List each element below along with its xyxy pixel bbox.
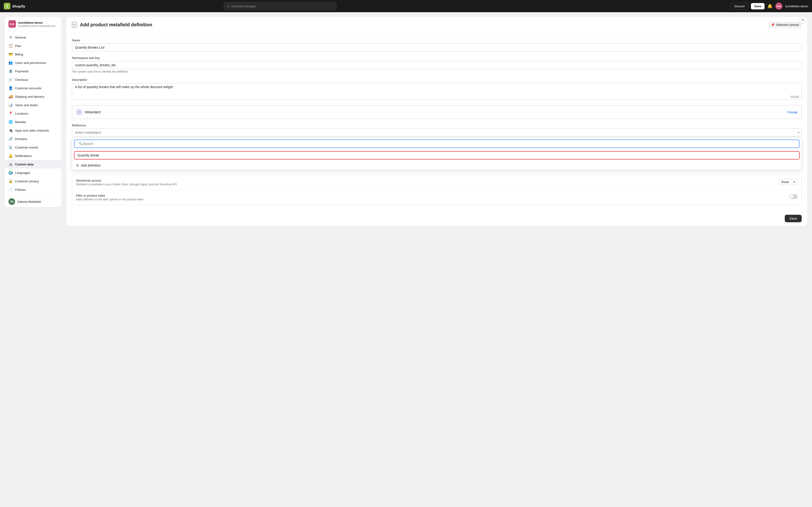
- type-left: ⬡ Metaobject: [76, 109, 101, 115]
- sidebar-item-customer-accounts[interactable]: 👤 Customer accounts: [5, 84, 62, 92]
- sidebar-item-markets[interactable]: 🌐 Markets: [5, 118, 62, 126]
- sidebar-item-label: Customer events: [15, 146, 38, 149]
- type-name: Metaobject: [85, 110, 101, 114]
- name-label: Name: [72, 39, 802, 42]
- sidebar-item-domains[interactable]: 🔗 Domains: [5, 134, 62, 143]
- checkout-icon: 🛒: [8, 77, 13, 82]
- sidebar-item-notifications[interactable]: 🔔 Notifications: [5, 152, 62, 160]
- sidebar-item-billing[interactable]: 💳 Billing: [5, 50, 62, 58]
- sidebar-item-apps[interactable]: 🔌 Apps and sales channels: [5, 126, 62, 134]
- storefronts-text: Storefronts access Definition is availab…: [76, 179, 177, 186]
- storefronts-desc: Definition is available in your Online S…: [76, 183, 177, 186]
- pin-icon: 📌: [771, 23, 775, 26]
- sidebar-item-users[interactable]: 👥 Users and permissions: [5, 58, 62, 67]
- sidebar-item-label: Domains: [15, 137, 27, 141]
- custom-data-icon: 🗂: [8, 162, 13, 166]
- sidebar-store-info: bundlebee-demo bundlebee-demo.myshopify.…: [18, 21, 58, 27]
- dropdown-search-input[interactable]: [74, 139, 800, 148]
- panel-header: ← Add product metafield definition 📌 Def…: [66, 17, 807, 33]
- storefronts-row: Storefronts access Definition is availab…: [72, 175, 801, 190]
- storefronts-value: Read: [781, 180, 789, 184]
- storefronts-access-select[interactable]: Read ⇅: [779, 179, 798, 185]
- quantity-break-option[interactable]: Quantity Break: [74, 151, 800, 160]
- add-definition-option[interactable]: ⊕ Add definition: [72, 161, 801, 170]
- languages-icon: 🌍: [8, 171, 13, 175]
- plan-icon: 📋: [8, 44, 13, 48]
- pinned-label: Definition pinned: [776, 23, 799, 26]
- description-textarea[interactable]: [72, 83, 802, 100]
- search-container: 🔍: [74, 139, 800, 148]
- discard-button[interactable]: Discard: [731, 3, 748, 10]
- unsaved-changes-text: Unsaved changes: [231, 4, 256, 8]
- topnav-save-button[interactable]: Save: [751, 3, 764, 9]
- policies-icon: 📄: [8, 187, 13, 192]
- back-button[interactable]: ←: [72, 22, 77, 28]
- panel-title: Add product metafield definition: [80, 22, 152, 27]
- billing-icon: 💳: [8, 52, 13, 56]
- shopify-bag-icon: S: [4, 3, 10, 9]
- reference-label: Reference: [72, 124, 802, 127]
- sidebar-item-label: Billing: [15, 53, 23, 56]
- sidebar-item-payments[interactable]: 🏦 Payments: [5, 67, 62, 75]
- sidebar-item-label: General: [15, 36, 26, 39]
- customer-privacy-icon: 🔒: [8, 179, 13, 183]
- change-type-button[interactable]: Change: [787, 110, 798, 114]
- textarea-wrapper: 70/100: [72, 83, 802, 101]
- sidebar-item-plan[interactable]: 📋 Plan: [5, 42, 62, 50]
- apps-icon: 🔌: [8, 128, 13, 132]
- sidebar-item-label: Users and permissions: [15, 61, 46, 65]
- sidebar-item-general[interactable]: ⚙ General: [5, 33, 62, 42]
- users-icon: 👥: [8, 61, 13, 65]
- sidebar-item-languages[interactable]: 🌍 Languages: [5, 168, 62, 177]
- general-icon: ⚙: [8, 35, 13, 40]
- type-selector: ⬡ Metaobject Change: [72, 105, 802, 119]
- description-label: Description: [72, 78, 802, 81]
- panel-footer: Save: [66, 211, 807, 226]
- select-wrapper: Select metaobject ▾: [72, 128, 802, 136]
- namespace-hint: The system uses this to identify the def…: [72, 70, 802, 73]
- sidebar-item-shipping[interactable]: 🚚 Shipping and delivery: [5, 92, 62, 101]
- dropdown-menu: 🔍 Quantity Break ⊕ Add definition: [72, 137, 802, 170]
- filter-title: Filter in product index: [76, 194, 143, 198]
- main-content: ← Add product metafield definition 📌 Def…: [66, 17, 807, 502]
- sidebar-store-avatar: bun: [8, 20, 16, 28]
- sidebar-item-label: Customer accounts: [15, 87, 41, 90]
- form-body: Name Namespace and key The system uses t…: [66, 33, 807, 211]
- shopify-logo: S Shopify: [4, 3, 25, 9]
- sidebar-item-label: Customer privacy: [15, 179, 39, 183]
- namespace-input[interactable]: [72, 61, 802, 69]
- sidebar-item-label: Policies: [15, 188, 25, 191]
- filter-text: Filter in product index Adds definition …: [76, 194, 143, 201]
- save-definition-button[interactable]: Save: [785, 215, 802, 222]
- definition-pinned-badge: 📌 Definition pinned: [768, 21, 802, 28]
- topnav-avatar[interactable]: bun: [775, 3, 782, 10]
- reference-field-group: Reference Select metaobject ▾ 🔍: [72, 124, 802, 170]
- sidebar-store-header[interactable]: bun bundlebee-demo bundlebee-demo.myshop…: [5, 17, 62, 31]
- shopify-wordmark: Shopify: [12, 4, 25, 8]
- add-definition-label: Add definition: [81, 164, 101, 167]
- sidebar-item-taxes[interactable]: 📊 Taxes and duties: [5, 101, 62, 109]
- sidebar-item-checkout[interactable]: 🛒 Checkout: [5, 75, 62, 84]
- sidebar-item-locations[interactable]: 📍 Locations: [5, 109, 62, 118]
- notification-bell-icon[interactable]: 🔔: [767, 4, 772, 9]
- sidebar-item-policies[interactable]: 📄 Policies: [5, 185, 62, 194]
- panel-header-left: ← Add product metafield definition: [72, 22, 152, 28]
- sidebar-footer[interactable]: ZM Zakaria Mofaddel: [5, 196, 62, 207]
- close-button[interactable]: ✕: [799, 16, 806, 23]
- payments-icon: 🏦: [8, 69, 13, 73]
- sidebar-item-label: Locations: [15, 112, 28, 115]
- quantity-break-label: Quantity Break: [77, 154, 99, 157]
- name-input[interactable]: [72, 44, 802, 51]
- sidebar-nav: ⚙ General 📋 Plan 💳 Billing 👥 Users and p…: [5, 31, 62, 196]
- markets-icon: 🌐: [8, 120, 13, 124]
- filter-toggle[interactable]: [789, 194, 798, 199]
- topnav-store-name[interactable]: bundlebee-demo: [785, 4, 808, 8]
- sidebar-item-custom-data[interactable]: 🗂 Custom data: [5, 160, 62, 168]
- sidebar-item-customer-privacy[interactable]: 🔒 Customer privacy: [5, 177, 62, 185]
- storefronts-section: Storefronts access Definition is availab…: [72, 175, 802, 205]
- filter-row: Filter in product index Adds definition …: [72, 190, 801, 205]
- metaobject-select[interactable]: Select metaobject: [72, 128, 802, 136]
- storefronts-title: Storefronts access: [76, 179, 177, 182]
- sidebar-item-label: Shipping and delivery: [15, 95, 44, 99]
- sidebar-item-customer-events[interactable]: 📡 Customer events: [5, 143, 62, 152]
